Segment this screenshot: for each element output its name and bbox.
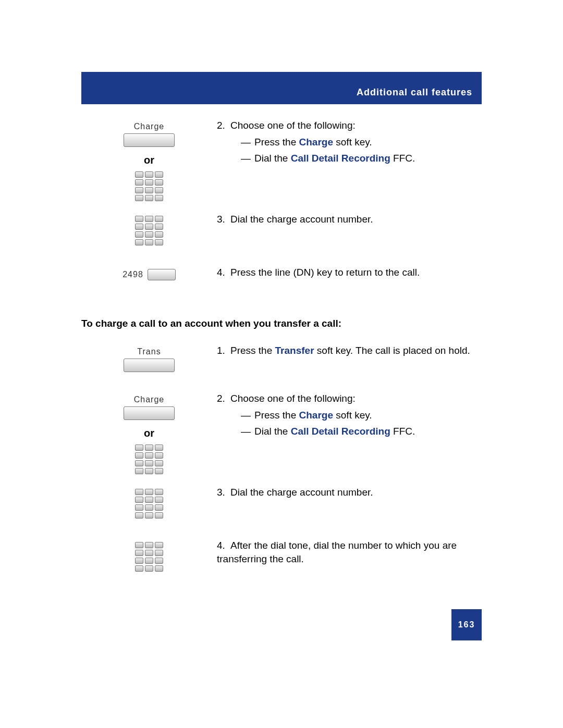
header-bar: Additional call features <box>81 72 482 104</box>
step-text: 2.Choose one of the following: —Press th… <box>217 392 482 438</box>
keypad-icon <box>135 216 163 245</box>
icon-column <box>81 213 217 245</box>
step-lead: Choose one of the following: <box>230 120 356 131</box>
step-row: Charge or 2.Choose one of the following:… <box>81 392 482 474</box>
step-number: 1. <box>217 344 230 357</box>
dash-icon: — <box>241 152 254 165</box>
dash-icon: — <box>241 135 254 149</box>
opt-post: FFC. <box>390 153 415 164</box>
or-label: or <box>144 427 154 439</box>
opt-strong: Charge <box>299 137 333 147</box>
step-number: 3. <box>217 213 230 226</box>
step-post: soft key. The call is placed on hold. <box>314 345 470 356</box>
sub-option: —Press the Charge soft key. <box>241 135 482 149</box>
step-pre: Press the <box>230 345 275 356</box>
opt-pre: Dial the <box>254 426 291 437</box>
keypad-icon <box>135 445 163 474</box>
step-body: After the dial tone, dial the number to … <box>217 540 457 564</box>
softkey-icon <box>124 359 175 372</box>
page: Additional call features Charge or 2.Cho… <box>0 0 563 728</box>
line-key-icon <box>148 269 176 280</box>
sub-option: —Dial the Call Detail Recording FFC. <box>241 152 482 165</box>
opt-strong: Call Detail Recording <box>291 426 390 437</box>
icon-column <box>81 486 217 519</box>
step-row: 3.Dial the charge account number. <box>81 486 482 527</box>
opt-pre: Dial the <box>254 153 291 164</box>
opt-post: soft key. <box>333 410 372 421</box>
dn-number-label: 2498 <box>123 270 143 279</box>
step-number: 2. <box>217 119 230 132</box>
step-text: 1.Press the Transfer soft key. The call … <box>217 344 482 357</box>
step-text: 4.After the dial tone, dial the number t… <box>217 539 482 565</box>
opt-pre: Press the <box>254 410 299 421</box>
step-lead: Choose one of the following: <box>230 393 356 404</box>
step-body: Dial the charge account number. <box>230 487 373 498</box>
keypad-icon <box>135 171 163 201</box>
section-heading: To charge a call to an account when you … <box>81 318 482 329</box>
step-row: 4.After the dial tone, dial the number t… <box>81 539 482 581</box>
step-body: Press the line (DN) key to return to the… <box>230 267 420 278</box>
softkey-icon <box>124 133 175 147</box>
sub-option: —Dial the Call Detail Recording FFC. <box>241 425 482 438</box>
opt-strong: Call Detail Recording <box>291 153 390 164</box>
keypad-icon <box>135 489 163 519</box>
softkey-label-charge: Charge <box>134 122 164 131</box>
step-text: 4.Press the line (DN) key to return to t… <box>217 266 482 279</box>
step-body: Dial the charge account number. <box>230 214 373 225</box>
step-strong: Transfer <box>275 345 314 356</box>
step-row: Trans 1.Press the Transfer soft key. The… <box>81 344 482 380</box>
step-row: Charge or 2.Choose one of the following:… <box>81 119 482 201</box>
step-text: 3.Dial the charge account number. <box>217 213 482 226</box>
step-text: 3.Dial the charge account number. <box>217 486 482 499</box>
sub-option: —Press the Charge soft key. <box>241 409 482 422</box>
step-text: 2.Choose one of the following: —Press th… <box>217 119 482 165</box>
or-label: or <box>144 154 154 166</box>
step-row: 3.Dial the charge account number. <box>81 213 482 254</box>
step-row: 2498 4.Press the line (DN) key to return… <box>81 266 482 297</box>
step-number: 4. <box>217 266 230 279</box>
step-number: 3. <box>217 486 230 499</box>
softkey-icon <box>124 406 175 420</box>
dash-icon: — <box>241 409 254 422</box>
opt-pre: Press the <box>254 137 299 147</box>
opt-post: FFC. <box>390 426 415 437</box>
icon-column: 2498 <box>81 266 217 280</box>
header-title: Additional call features <box>357 87 472 98</box>
page-number: 163 <box>458 620 475 630</box>
keypad-icon <box>135 542 163 572</box>
dash-icon: — <box>241 425 254 438</box>
opt-strong: Charge <box>299 410 333 421</box>
icon-column <box>81 539 217 572</box>
icon-column: Charge or <box>81 119 217 201</box>
icon-column: Trans <box>81 344 217 372</box>
icon-column: Charge or <box>81 392 217 474</box>
page-number-box: 163 <box>451 609 482 640</box>
content-area: Charge or 2.Choose one of the following:… <box>81 119 482 592</box>
dn-key-group: 2498 <box>123 269 176 280</box>
step-number: 4. <box>217 539 230 552</box>
opt-post: soft key. <box>333 137 372 147</box>
step-number: 2. <box>217 392 230 405</box>
softkey-label-trans: Trans <box>137 347 161 356</box>
softkey-label-charge: Charge <box>134 395 164 404</box>
